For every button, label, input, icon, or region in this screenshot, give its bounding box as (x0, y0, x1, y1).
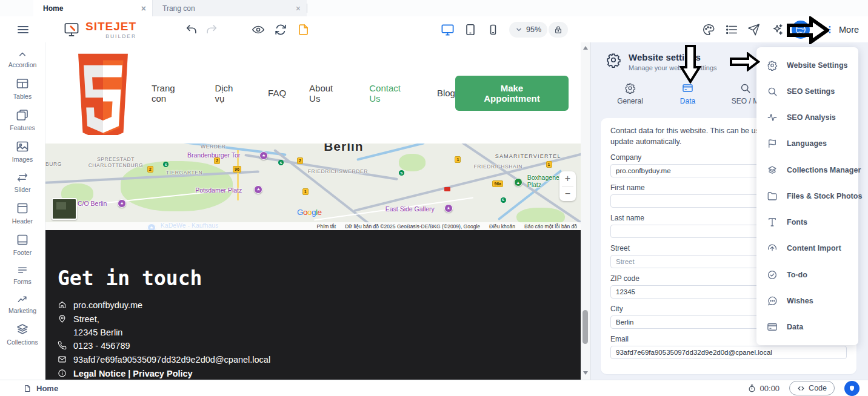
map-pin-boxhagener-platz[interactable]: ▲ (514, 178, 522, 186)
map-poi-label[interactable]: Potsdamer Platz (195, 187, 242, 194)
sidebar-item-marketing[interactable]: Marketing (8, 293, 36, 314)
map-label-tiergarten: TIERGARTEN (166, 170, 203, 176)
nav-contact-us[interactable]: Contact Us (369, 83, 414, 104)
nav-trang-con[interactable]: Trang con (152, 83, 192, 104)
sidebar-item-footer[interactable]: Footer (13, 233, 32, 256)
sidebar-item-header[interactable]: Header (12, 201, 33, 225)
map-shortcuts-link[interactable]: Phím tắt (317, 223, 336, 229)
map-zoom-in-button[interactable]: + (559, 171, 576, 186)
device-desktop-icon[interactable] (441, 22, 455, 36)
preview-eye-icon[interactable] (252, 23, 265, 36)
sidebar-item-forms[interactable]: Forms (13, 264, 32, 285)
nav-blog[interactable]: Blog (437, 88, 455, 98)
sidebar-item-images[interactable]: Images (12, 139, 33, 163)
activity-icon (767, 112, 778, 123)
palette-icon[interactable] (702, 23, 715, 36)
map-pin-co-berlin[interactable]: ★ (118, 199, 126, 208)
tab-data[interactable]: Data (659, 82, 716, 105)
map-zoom-control[interactable]: + − (559, 171, 576, 201)
map-pin-east-side-gallery[interactable]: ★ (444, 204, 453, 213)
menu-item-seo-analysis[interactable]: SEO Analysis (756, 112, 858, 123)
scroll-down-arrow[interactable] (583, 371, 588, 375)
menu-item-todo[interactable]: To-do (756, 269, 858, 280)
menu-item-files-stock-photos[interactable]: Files & Stock Photos (756, 191, 858, 202)
menu-item-data[interactable]: Data (756, 322, 858, 332)
hamburger-menu-icon[interactable] (16, 22, 30, 37)
email-input[interactable] (610, 346, 847, 359)
map-poi-label[interactable]: C/O Berlin (78, 200, 107, 208)
site-canvas: Trang con Dịch vụ FAQ About Us Contact U… (45, 42, 581, 380)
save-file-icon[interactable] (297, 23, 310, 36)
list-icon[interactable] (725, 23, 738, 36)
menu-item-label: Collections Manager (787, 166, 861, 174)
device-phone-icon[interactable] (487, 23, 499, 36)
sidebar-item-accordion[interactable]: Accordion (8, 48, 37, 68)
map-report-link[interactable]: Báo cáo một lỗi bản đồ (524, 223, 577, 229)
chevron-up-icon (15, 48, 30, 59)
contact-city: 12345 Berlin (73, 328, 581, 337)
gear-icon (624, 82, 636, 94)
map-zoom-out-button[interactable]: − (559, 186, 576, 201)
scroll-up-arrow[interactable] (583, 46, 588, 50)
contact-email[interactable]: 93afd7e69fa90535097dd32d9e2d0d@cpanel.lo… (73, 355, 270, 365)
tab-data-label: Data (680, 97, 695, 105)
contact-street-row: Street, (58, 315, 581, 325)
nav-faq[interactable]: FAQ (268, 88, 286, 98)
menu-item-content-import[interactable]: Content Import (756, 243, 858, 254)
lock-button[interactable] (549, 22, 568, 38)
make-appointment-button[interactable]: Make Appointment (455, 76, 569, 111)
tab-trang-con-close-icon[interactable]: × (296, 4, 301, 13)
map-pin-brandenburger-tor[interactable]: ★ (259, 151, 268, 160)
undo-icon[interactable] (185, 23, 198, 36)
code-button[interactable]: Code (789, 381, 835, 395)
tab-general[interactable]: General (601, 82, 659, 105)
menu-item-website-settings[interactable]: Website Settings (756, 60, 858, 71)
tab-home-close-icon[interactable]: × (141, 4, 146, 13)
search-icon (767, 86, 778, 97)
sidebar-item-collections[interactable]: Collections (7, 322, 38, 346)
sidebar-item-slider[interactable]: Slider (15, 171, 31, 193)
zoom-level-control[interactable]: 95% (509, 22, 547, 38)
menu-item-seo-settings[interactable]: SEO Settings (756, 86, 858, 97)
sidebar-item-features[interactable]: Features (10, 108, 35, 131)
menu-item-label: Website Settings (787, 61, 847, 70)
nav-dich-vu[interactable]: Dịch vụ (215, 83, 245, 104)
scrollbar-thumb[interactable] (583, 310, 588, 344)
transit-badge (444, 187, 450, 191)
menu-item-collections-manager[interactable]: Collections Manager (756, 165, 858, 176)
map-satellite-thumbnail[interactable] (52, 198, 77, 220)
device-tablet-icon[interactable] (464, 23, 477, 36)
gear-icon (767, 60, 778, 71)
map-poi-label[interactable]: Boxhagener Platz (527, 174, 559, 188)
menu-item-wishes[interactable]: Wishes (756, 295, 858, 306)
menu-item-languages[interactable]: Languages (756, 138, 858, 149)
elements-sidebar: Accordion Tables Features Images Slider … (0, 42, 45, 380)
menu-item-fonts[interactable]: Fonts (756, 217, 858, 228)
send-icon[interactable] (747, 23, 760, 36)
redo-icon[interactable] (205, 23, 218, 36)
map-pin-potsdamer-platz[interactable]: ★ (254, 185, 262, 194)
toolbar: SITEJET BUILDER 95% (0, 16, 868, 43)
tab-trang-con[interactable]: Trang con × (153, 0, 307, 16)
map-label-friedrichshain: FRIEDRICHSHAIN (473, 163, 522, 170)
current-page[interactable]: Home (23, 384, 58, 393)
tabstrip-spacer (0, 0, 33, 16)
publish-button[interactable] (844, 381, 860, 396)
google-map[interactable]: Berlin BURG SPREESTADT CHARLOTTENBURG TI… (45, 144, 581, 230)
contact-website[interactable]: pro.confbyduy.me (73, 301, 142, 311)
more-button[interactable]: More (839, 25, 859, 35)
legal-links[interactable]: Legal Notice | Privacy Policy (73, 369, 193, 379)
map-poi-label[interactable]: East Side Gallery (386, 206, 435, 213)
refresh-icon[interactable] (274, 23, 287, 36)
sidebar-item-tables[interactable]: Tables (13, 76, 32, 100)
map-terms-link[interactable]: Điều khoản (489, 223, 515, 229)
tab-home[interactable]: Home × (33, 0, 153, 16)
contact-street: Street, (73, 315, 99, 325)
folder-icon (767, 191, 778, 202)
contact-phone[interactable]: 0123 - 456789 (73, 342, 130, 351)
nav-about-us[interactable]: About Us (309, 83, 346, 104)
menu-item-label: Languages (787, 139, 827, 148)
panel-tabs: General Data SEO / M (601, 82, 774, 105)
canvas-scrollbar[interactable] (581, 42, 590, 380)
sparkles-ai-icon[interactable] (770, 23, 784, 36)
